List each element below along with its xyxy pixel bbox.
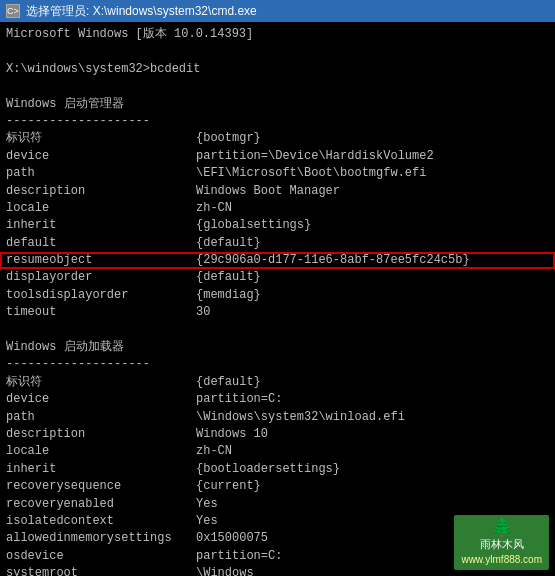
table-row: timeout30 xyxy=(6,304,549,321)
table-row: toolsdisplayorder{memdiag} xyxy=(6,287,549,304)
table-row: recoveryenabledYes xyxy=(6,496,549,513)
version-line: Microsoft Windows [版本 10.0.14393] xyxy=(6,26,549,43)
title-bar: C> 选择管理员: X:\windows\system32\cmd.exe xyxy=(0,0,555,22)
prompt-text: X:\windows\system32>bcdedit xyxy=(6,61,200,78)
prompt-line: X:\windows\system32>bcdedit xyxy=(6,61,549,78)
table-row: localezh-CN xyxy=(6,200,549,217)
section1-separator: -------------------- xyxy=(6,113,549,130)
table-row: descriptionWindows 10 xyxy=(6,426,549,443)
table-row: descriptionWindows Boot Manager xyxy=(6,183,549,200)
table-row: 标识符{bootmgr} xyxy=(6,130,549,147)
watermark-brand: 雨林木风 xyxy=(480,536,524,553)
resumeobject-row: resumeobject{29c906a0-d177-11e6-8abf-87e… xyxy=(6,252,549,269)
section2-separator: -------------------- xyxy=(6,356,549,373)
table-row: default{default} xyxy=(6,235,549,252)
table-row: devicepartition=\Device\HarddiskVolume2 xyxy=(6,148,549,165)
blank-line-2 xyxy=(6,78,549,95)
terminal-window: Microsoft Windows [版本 10.0.14393] X:\win… xyxy=(0,22,555,576)
blank-line-3 xyxy=(6,322,549,339)
blank-line-1 xyxy=(6,43,549,60)
title-bar-label: 选择管理员: X:\windows\system32\cmd.exe xyxy=(26,3,257,20)
table-row: path\EFI\Microsoft\Boot\bootmgfw.efi xyxy=(6,165,549,182)
table-row: inherit{globalsettings} xyxy=(6,217,549,234)
section1-header: Windows 启动管理器 xyxy=(6,96,549,113)
table-row: path\Windows\system32\winload.efi xyxy=(6,409,549,426)
version-text: Microsoft Windows [版本 10.0.14393] xyxy=(6,26,253,43)
table-row: devicepartition=C: xyxy=(6,391,549,408)
watermark-url: www.ylmf888.com xyxy=(461,552,542,567)
table-row: localezh-CN xyxy=(6,443,549,460)
section2-header: Windows 启动加载器 xyxy=(6,339,549,356)
table-row: 标识符{default} xyxy=(6,374,549,391)
watermark: 🌲 雨林木风 www.ylmf888.com xyxy=(454,515,549,571)
tree-icon: 🌲 xyxy=(491,518,513,536)
table-row: displayorder{default} xyxy=(6,269,549,286)
table-row: inherit{bootloadersettings} xyxy=(6,461,549,478)
cmd-icon: C> xyxy=(6,4,20,18)
table-row: recoverysequence{current} xyxy=(6,478,549,495)
